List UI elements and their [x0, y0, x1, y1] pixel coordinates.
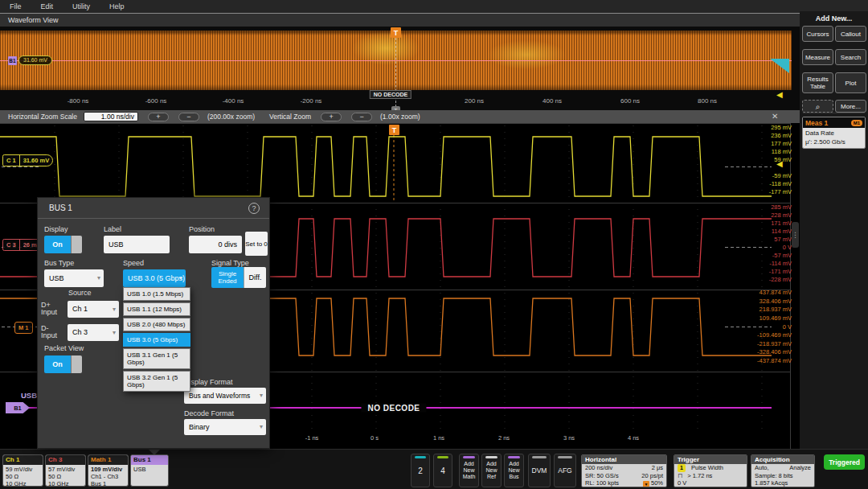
ch2-number: 2: [418, 466, 423, 475]
triggered-status-badge: Triggered: [824, 454, 865, 470]
afg-label: AFG: [558, 466, 571, 475]
ch4-number: 4: [440, 466, 445, 475]
help-icon[interactable]: ?: [248, 203, 260, 214]
trigger-level: 0 V: [678, 479, 686, 487]
speed-option[interactable]: USB 3.2 Gen 1 (5 Gbps): [123, 371, 190, 392]
bus-type-label: Bus Type: [44, 259, 74, 267]
main-trigger-marker[interactable]: T: [389, 125, 399, 135]
acq-analyze: Analyze: [789, 464, 811, 472]
c1-badge-name: C 1: [3, 155, 19, 166]
ch4-enable-button[interactable]: 4: [433, 454, 452, 487]
acq-sample-bits: Sample: 8 bits: [755, 472, 793, 480]
display-format-value: Bus and Waveforms: [189, 392, 250, 400]
main-time-label: 3 ns: [563, 434, 575, 442]
dialog-title-bar[interactable]: BUS 1: [38, 198, 269, 219]
signal-single-ended-button[interactable]: Single Ended: [211, 267, 244, 288]
ch1-badge-title: Ch 1: [3, 455, 43, 465]
ch3-impedance: 50 Ω: [48, 473, 83, 480]
overview-trigger-marker[interactable]: T: [391, 27, 401, 38]
trigger-type: Pulse Width: [691, 464, 723, 472]
speed-dropdown[interactable]: USB 3.0 (5 Gbps) ▾: [123, 269, 186, 287]
ch3-scale: 57 mV/div: [48, 466, 83, 473]
decode-format-dropdown[interactable]: Binary ▾: [184, 419, 266, 435]
display-format-label: Display Format: [184, 378, 233, 386]
caret-down-icon: ▾: [179, 269, 182, 287]
speed-option[interactable]: USB 3.1 Gen 1 (5 Gbps): [123, 348, 190, 369]
bus1-badge-title: Bus 1: [131, 455, 168, 465]
add-new-bus-label: Add New Bus: [505, 461, 523, 480]
bus-type-dropdown[interactable]: USB ▾: [44, 269, 104, 287]
horizontal-title: Horizontal: [582, 455, 666, 464]
panel-drag-handle[interactable]: ⋮: [792, 222, 799, 248]
trigger-source-badge: 1: [678, 464, 686, 472]
bus1-type: USB: [133, 466, 166, 473]
dminus-source-value: Ch 3: [72, 328, 88, 336]
acq-count: 1.857 kAcqs: [755, 479, 788, 487]
decode-format-value: Binary: [189, 423, 210, 431]
c3-badge-name: C 3: [3, 240, 19, 250]
toggle-knob: [71, 236, 82, 253]
caret-down-icon: ▾: [260, 388, 263, 404]
ch2-enable-button[interactable]: 2: [411, 454, 430, 487]
h-sample-rate: SR: 50 GS/s: [585, 472, 619, 480]
position-marker-icon: ▼: [643, 481, 649, 487]
toggle-knob: [71, 355, 82, 373]
status-bar: Ch 1 59 mV/div 50 Ω 10 GHz Ch 3 57 mV/di…: [0, 449, 868, 489]
trigger-title: Trigger: [674, 455, 747, 464]
add-new-ref-button[interactable]: Add New Ref: [481, 454, 502, 487]
ch1-impedance: 50 Ω: [6, 473, 40, 480]
packet-view-toggle[interactable]: On: [44, 355, 82, 373]
h-window: 2 μs: [652, 464, 663, 472]
math1-expression: Ch1 - Ch3: [91, 473, 125, 480]
main-time-label: 2 ns: [498, 434, 510, 442]
dminus-source-dropdown[interactable]: Ch 3 ▾: [68, 324, 119, 341]
dplus-input-label: D+ Input: [41, 302, 65, 316]
caret-down-icon: ▾: [260, 419, 263, 435]
dminus-input-label: D- Input: [41, 325, 65, 339]
bus1-status-badge[interactable]: Bus 1 USB: [130, 454, 169, 487]
display-format-dropdown[interactable]: Bus and Waveforms ▾: [184, 388, 266, 404]
c1-channel-badge[interactable]: C 1 31.60 mV: [2, 154, 53, 166]
speed-option[interactable]: USB 2.0 (480 Mbps): [123, 318, 190, 331]
m1-channel-badge[interactable]: M 1: [14, 322, 33, 334]
label-input[interactable]: USB: [104, 236, 170, 253]
afg-button[interactable]: AFG: [554, 454, 576, 487]
display-toggle-state: On: [44, 236, 71, 253]
add-new-bus-button[interactable]: Add New Bus: [504, 454, 524, 487]
speed-option[interactable]: USB 1.0 (1.5 Mbps): [123, 287, 190, 301]
ch3-status-badge[interactable]: Ch 3 57 mV/div 50 Ω 10 GHz: [45, 454, 86, 487]
math1-scale: 109 mV/div: [91, 466, 125, 473]
math1-badge-title: Math 1: [88, 455, 128, 465]
caret-down-icon: ▾: [113, 301, 116, 318]
signal-diff-button[interactable]: Diff.: [244, 267, 266, 288]
signal-type-segmented: Single Ended Diff.: [211, 267, 266, 288]
h-record-length: RL: 100 kpts: [585, 479, 619, 487]
ch3-bandwidth: 10 GHz: [48, 480, 83, 487]
bus-type-value: USB: [49, 274, 64, 282]
add-new-math-button[interactable]: Add New Math: [459, 454, 479, 487]
ch1-scale: 59 mV/div: [6, 466, 40, 473]
dvm-button[interactable]: DVM: [528, 454, 551, 487]
c1-trigger-level-arrow-icon[interactable]: ◀: [776, 160, 783, 168]
display-label: Display: [44, 225, 68, 233]
ch1-status-badge[interactable]: Ch 1 59 mV/div 50 Ω 10 GHz: [2, 454, 43, 487]
caret-down-icon: ▾: [97, 269, 100, 287]
trigger-settings-panel[interactable]: Trigger 1Pulse Width ⊓> 1.72 ns 0 V: [674, 454, 747, 487]
speed-options-list: USB 1.0 (1.5 Mbps) USB 1.1 (12 Mbps) USB…: [123, 287, 190, 392]
source-label: Source: [68, 289, 92, 297]
signal-type-label: Signal Type: [211, 259, 249, 267]
display-toggle[interactable]: On: [44, 236, 82, 253]
speed-option-selected[interactable]: USB 3.0 (5 Gbps): [123, 333, 190, 347]
position-input[interactable]: 0 divs: [189, 236, 242, 253]
caret-down-icon: ▾: [113, 324, 116, 341]
math1-status-badge[interactable]: Math 1 109 mV/div Ch1 - Ch3 Bus 1: [88, 454, 129, 487]
dialog-title: BUS 1: [49, 203, 72, 212]
main-time-label: 0 s: [371, 434, 379, 442]
h-resolution: 20 ps/pt: [641, 472, 663, 480]
trigger-condition: > 1.72 ns: [687, 472, 712, 480]
dplus-source-dropdown[interactable]: Ch 1 ▾: [68, 301, 119, 318]
horizontal-settings-panel[interactable]: Horizontal 200 ns/div2 μs SR: 50 GS/s20 …: [581, 454, 667, 487]
set-to-zero-button[interactable]: Set to 0: [245, 232, 268, 256]
acquisition-settings-panel[interactable]: Acquisition Auto,Analyze Sample: 8 bits …: [751, 454, 815, 487]
speed-option[interactable]: USB 1.1 (12 Mbps): [123, 302, 190, 316]
